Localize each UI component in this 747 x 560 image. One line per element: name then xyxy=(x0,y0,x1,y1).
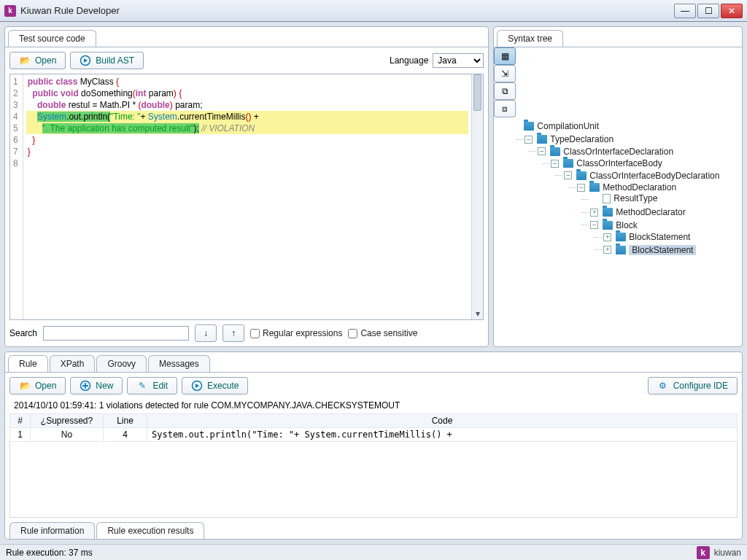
brand-label: kiuwan xyxy=(714,548,741,558)
folder-icon xyxy=(603,208,613,217)
violations-empty-area xyxy=(9,442,738,518)
folder-icon xyxy=(550,147,560,156)
tab-rule-execution-results[interactable]: Rule execution results xyxy=(96,522,204,539)
scroll-thumb[interactable] xyxy=(473,74,481,111)
search-input[interactable] xyxy=(43,326,189,341)
tree-node[interactable]: –Block xyxy=(590,220,637,230)
tab-xpath[interactable]: XPath xyxy=(50,355,96,372)
col-line[interactable]: Line xyxy=(104,414,147,428)
syntax-tree-panel: Syntax tree ▦ ⇲ ⧉ ⧈ CompilationUnit –Typ… xyxy=(493,26,743,347)
tree-node[interactable]: –ClassOrInterfaceBodyDeclaration xyxy=(564,171,719,181)
case-checkbox[interactable]: Case sensitive xyxy=(348,328,417,338)
new-rule-button[interactable]: New xyxy=(70,377,123,394)
titlebar: k Kiuwan Rule Developer — ☐ ✕ xyxy=(0,0,747,22)
tab-rule-information[interactable]: Rule information xyxy=(9,522,95,539)
editor-gutter: 12345678 xyxy=(10,74,23,319)
plus-circle-icon xyxy=(80,380,91,392)
folder-open-icon: 📂 xyxy=(19,55,31,66)
statusbar: Rule execution: 37 ms k kiuwan xyxy=(0,544,747,560)
close-button[interactable]: ✕ xyxy=(721,4,743,18)
search-label: Search xyxy=(9,328,37,338)
arrow-down-icon: ↓ xyxy=(204,328,208,338)
folder-icon xyxy=(616,233,626,241)
play-circle-icon xyxy=(80,55,91,66)
folder-open-icon: 📂 xyxy=(19,380,31,392)
tree-tool-1[interactable]: ▦ xyxy=(494,47,516,65)
tree-tool-3[interactable]: ⧉ xyxy=(494,82,516,100)
tree-node[interactable]: –TypeDeclaration xyxy=(525,134,614,144)
language-label: Language xyxy=(390,55,428,66)
code-editor[interactable]: 12345678 public class MyClass { public v… xyxy=(9,74,484,320)
folder-icon xyxy=(537,135,547,144)
tree-node[interactable]: +BlockStatement xyxy=(603,232,690,242)
folder-icon xyxy=(576,171,587,180)
folder-icon xyxy=(603,221,613,230)
gear-icon: ⚙ xyxy=(657,380,669,392)
scroll-down-icon[interactable]: ▾ xyxy=(472,308,483,319)
tree-node[interactable]: –MethodDeclaration xyxy=(577,182,676,192)
tree-collapse-icon: ⧈ xyxy=(502,104,508,114)
violation-summary: 2014/10/10 01:59:41: 1 violations detect… xyxy=(5,399,742,412)
col-code[interactable]: Code xyxy=(147,414,738,428)
tree-node[interactable]: –ClassOrInterfaceBody xyxy=(551,158,662,168)
brand-icon: k xyxy=(697,546,710,559)
tree-node-selected[interactable]: +BlockStatement xyxy=(603,245,696,255)
folder-icon xyxy=(616,246,626,254)
maximize-button[interactable]: ☐ xyxy=(697,4,719,18)
table-row[interactable]: 1No4System.out.println("Time: "+ System.… xyxy=(10,428,738,442)
edit-rule-button[interactable]: ✎Edit xyxy=(127,377,177,394)
status-text: Rule execution: 37 ms xyxy=(6,548,93,558)
tree-node[interactable]: CompilationUnit xyxy=(511,121,599,131)
folder-icon xyxy=(563,159,573,168)
tab-groovy[interactable]: Groovy xyxy=(96,355,147,372)
tree-copy-icon: ⧉ xyxy=(502,86,508,96)
app-icon: k xyxy=(4,5,16,17)
tree-tool-2[interactable]: ⇲ xyxy=(494,65,516,82)
folder-icon xyxy=(589,183,600,192)
language-select[interactable]: Java xyxy=(433,53,484,68)
violations-table: # ¿Supressed? Line Code 1No4System.out.p… xyxy=(9,413,738,442)
tab-source-code[interactable]: Test source code xyxy=(8,30,96,47)
col-supressed[interactable]: ¿Supressed? xyxy=(31,414,104,428)
col-num[interactable]: # xyxy=(10,414,31,428)
tab-syntax-tree[interactable]: Syntax tree xyxy=(497,30,563,47)
execute-rule-button[interactable]: Execute xyxy=(182,377,248,394)
minimize-button[interactable]: — xyxy=(674,4,696,18)
search-prev-button[interactable]: ↑ xyxy=(222,324,244,342)
configure-ide-button[interactable]: ⚙Configure IDE xyxy=(648,377,738,394)
play-circle-icon xyxy=(191,380,203,392)
arrow-up-icon: ↑ xyxy=(231,328,236,338)
pencil-icon: ✎ xyxy=(136,380,148,392)
file-icon xyxy=(603,194,611,203)
build-ast-label: Build AST xyxy=(96,55,134,66)
editor-content[interactable]: public class MyClass { public void doSom… xyxy=(23,74,472,319)
tree-tool-4[interactable]: ⧈ xyxy=(494,100,516,117)
tree-node[interactable]: ResultType xyxy=(590,193,657,203)
brand: k kiuwan xyxy=(697,546,741,559)
regex-checkbox[interactable]: Regular expressions xyxy=(250,328,342,338)
tree-node[interactable]: +MethodDeclarator xyxy=(590,207,685,217)
tab-messages[interactable]: Messages xyxy=(148,355,210,372)
editor-scrollbar[interactable]: ▴ ▾ xyxy=(471,74,483,319)
tree-node[interactable]: –ClassOrInterfaceDeclaration xyxy=(538,147,673,157)
syntax-tree[interactable]: CompilationUnit –TypeDeclaration –ClassO… xyxy=(494,117,742,346)
open-source-label: Open xyxy=(35,55,56,66)
window-title: Kiuwan Rule Developer xyxy=(20,5,120,16)
build-ast-button[interactable]: Build AST xyxy=(70,52,144,69)
rule-panel: Rule XPath Groovy Messages 📂Open New ✎Ed… xyxy=(4,351,743,540)
source-panel: Test source code 📂 Open Build AST xyxy=(4,26,489,347)
link-tree-icon: ▦ xyxy=(501,51,509,61)
search-next-button[interactable]: ↓ xyxy=(195,324,217,342)
tab-rule[interactable]: Rule xyxy=(8,355,48,372)
tree-expand-icon: ⇲ xyxy=(501,69,508,79)
open-source-button[interactable]: 📂 Open xyxy=(9,52,66,69)
folder-icon xyxy=(524,122,534,131)
open-rule-button[interactable]: 📂Open xyxy=(9,377,66,394)
